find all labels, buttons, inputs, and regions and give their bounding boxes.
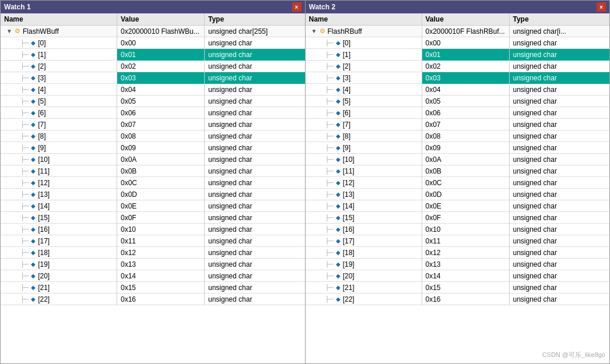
- watch1-row-value: 0x07: [117, 119, 205, 130]
- connector-line: ├─: [20, 168, 29, 174]
- diamond-icon: ◆: [31, 273, 37, 279]
- diamond-icon: ◆: [31, 144, 37, 151]
- diamond-icon: ◆: [336, 273, 342, 279]
- table-row[interactable]: ├─ ◆ [4] 0x04unsigned char: [1, 84, 305, 96]
- table-row[interactable]: ├─ ◆ [22] 0x16unsigned char: [1, 294, 305, 305]
- watch1-title: Watch 1: [4, 3, 31, 11]
- watch2-row-value: 0x09: [422, 142, 510, 154]
- connector-line: ├─: [325, 109, 334, 116]
- table-row[interactable]: ├─ ◆ [15] 0x0Funsigned char: [306, 212, 610, 224]
- table-row[interactable]: ├─ ◆ [14] 0x0Eunsigned char: [306, 200, 610, 212]
- table-row[interactable]: ├─ ◆ [11] 0x0Bunsigned char: [1, 165, 305, 177]
- table-row[interactable]: ├─ ◆ [4] 0x04unsigned char: [306, 84, 610, 96]
- table-row[interactable]: ├─ ◆ [16] 0x10unsigned char: [1, 224, 305, 235]
- connector-line: ├─: [325, 214, 334, 221]
- table-row[interactable]: ├─ ◆ [0] 0x00unsigned char: [1, 37, 305, 49]
- table-row[interactable]: ├─ ◆ [2] 0x02unsigned char: [306, 61, 610, 72]
- watch1-row-name: ├─ ◆ [8]: [1, 130, 117, 142]
- table-row[interactable]: ├─ ◆ [17] 0x11unsigned char: [1, 235, 305, 247]
- table-row[interactable]: ├─ ◆ [12] 0x0Cunsigned char: [306, 177, 610, 189]
- table-row[interactable]: ├─ ◆ [11] 0x0Bunsigned char: [306, 165, 610, 177]
- connector-line: ├─: [325, 75, 334, 81]
- connector-line: ├─: [325, 203, 334, 209]
- table-row[interactable]: ├─ ◆ [20] 0x14unsigned char: [306, 270, 610, 282]
- table-row[interactable]: ├─ ◆ [19] 0x13unsigned char: [1, 259, 305, 270]
- watch2-row-name: ├─ ◆ [2]: [306, 61, 422, 72]
- connector-line: ├─: [20, 226, 29, 232]
- watch2-row-name: ├─ ◆ [9]: [306, 142, 422, 154]
- watch2-row-type: unsigned char: [510, 235, 610, 247]
- diamond-icon: ◆: [336, 109, 342, 116]
- watch2-row-type: unsigned char: [510, 200, 610, 212]
- diamond-icon: ◆: [31, 238, 37, 244]
- watch1-row-name: ├─ ◆ [7]: [1, 119, 117, 130]
- table-row[interactable]: ├─ ◆ [13] 0x0Dunsigned char: [1, 189, 305, 200]
- table-row[interactable]: ├─ ◆ [22] 0x16unsigned char: [306, 294, 610, 305]
- watch2-row-type: unsigned char: [510, 224, 610, 235]
- table-row[interactable]: ├─ ◆ [0] 0x00unsigned char: [306, 37, 610, 49]
- table-row[interactable]: ├─ ◆ [16] 0x10unsigned char: [306, 224, 610, 235]
- watch2-row-value: 0x16: [422, 294, 510, 305]
- watch1-row-name: ├─ ◆ [6]: [1, 107, 117, 119]
- table-row[interactable]: ├─ ◆ [17] 0x11unsigned char: [306, 235, 610, 247]
- watch1-row-value: 0x11: [117, 235, 205, 247]
- table-row[interactable]: ├─ ◆ [5] 0x05unsigned char: [1, 96, 305, 107]
- table-row[interactable]: ├─ ◆ [9] 0x09unsigned char: [1, 142, 305, 154]
- connector-line: ├─: [20, 284, 29, 291]
- diamond-icon: ◆: [336, 156, 342, 162]
- table-row[interactable]: ├─ ◆ [6] 0x06unsigned char: [306, 107, 610, 119]
- watch2-table-body[interactable]: ▼ ⚙ FlashRBuff 0x2000010F FlashRBuf... u…: [306, 26, 610, 363]
- watch2-row-name: ├─ ◆ [7]: [306, 119, 422, 130]
- table-row[interactable]: ├─ ◆ [9] 0x09unsigned char: [306, 142, 610, 154]
- watch2-row-name: ├─ ◆ [18]: [306, 247, 422, 259]
- diamond-icon: ◆: [31, 203, 37, 209]
- table-row[interactable]: ├─ ◆ [7] 0x07unsigned char: [306, 119, 610, 130]
- table-row[interactable]: ├─ ◆ [1] 0x01unsigned char: [1, 49, 305, 61]
- table-row[interactable]: ├─ ◆ [1] 0x01unsigned char: [306, 49, 610, 61]
- table-row[interactable]: ├─ ◆ [6] 0x06unsigned char: [1, 107, 305, 119]
- table-row[interactable]: ├─ ◆ [19] 0x13unsigned char: [306, 259, 610, 270]
- table-row[interactable]: ├─ ◆ [12] 0x0Cunsigned char: [1, 177, 305, 189]
- watch2-close-button[interactable]: ×: [597, 2, 606, 12]
- table-row[interactable]: ├─ ◆ [20] 0x14unsigned char: [1, 270, 305, 282]
- connector-line: ├─: [325, 238, 334, 244]
- watch1-row-name: ├─ ◆ [3]: [1, 72, 117, 84]
- table-row[interactable]: ├─ ◆ [18] 0x12unsigned char: [1, 247, 305, 259]
- table-row[interactable]: ├─ ◆ [10] 0x0Aunsigned char: [306, 154, 610, 165]
- table-row[interactable]: ├─ ◆ [10] 0x0Aunsigned char: [1, 154, 305, 165]
- table-row[interactable]: ├─ ◆ [3] 0x03unsigned char: [306, 72, 610, 84]
- table-row[interactable]: ├─ ◆ [8] 0x08unsigned char: [1, 130, 305, 142]
- connector-line: ├─: [20, 86, 29, 93]
- watch2-row-type: unsigned char: [510, 270, 610, 282]
- connector-line: ├─: [325, 86, 334, 93]
- table-row[interactable]: ├─ ◆ [7] 0x07unsigned char: [1, 119, 305, 130]
- watch1-close-button[interactable]: ×: [292, 2, 302, 12]
- table-row[interactable]: ├─ ◆ [21] 0x15unsigned char: [1, 282, 305, 294]
- expand-icon[interactable]: ▼: [311, 28, 318, 34]
- table-row[interactable]: ├─ ◆ [21] 0x15unsigned char: [306, 282, 610, 294]
- table-row[interactable]: ├─ ◆ [18] 0x12unsigned char: [306, 247, 610, 259]
- watch1-table-body[interactable]: ▼ ⚙ FlashWBuff 0x20000010 FlashWBu... un…: [1, 26, 305, 363]
- watch2-root-row[interactable]: ▼ ⚙ FlashRBuff 0x2000010F FlashRBuf... u…: [306, 26, 610, 37]
- watch1-root-row[interactable]: ▼ ⚙ FlashWBuff 0x20000010 FlashWBu... un…: [1, 26, 305, 37]
- table-row[interactable]: ├─ ◆ [14] 0x0Eunsigned char: [1, 200, 305, 212]
- watch2-row-value: 0x10: [422, 224, 510, 235]
- expand-icon[interactable]: ▼: [6, 28, 13, 34]
- watch1-row-name: ├─ ◆ [2]: [1, 61, 117, 72]
- watch2-row-type: unsigned char: [510, 61, 610, 72]
- watch1-row-value: 0x08: [117, 130, 205, 142]
- connector-line: ├─: [325, 226, 334, 232]
- table-row[interactable]: ├─ ◆ [13] 0x0Dunsigned char: [306, 189, 610, 200]
- table-row[interactable]: ├─ ◆ [8] 0x08unsigned char: [306, 130, 610, 142]
- table-row[interactable]: ├─ ◆ [5] 0x05unsigned char: [306, 96, 610, 107]
- watch2-col-name: Name: [306, 13, 422, 25]
- watch1-row-type: unsigned char: [205, 270, 305, 282]
- watch1-row-type: unsigned char: [205, 282, 305, 294]
- table-row[interactable]: ├─ ◆ [15] 0x0Funsigned char: [1, 212, 305, 224]
- connector-line: ├─: [325, 63, 334, 69]
- table-row[interactable]: ├─ ◆ [3] 0x03unsigned char: [1, 72, 305, 84]
- watch2-row-type: unsigned char: [510, 177, 610, 189]
- table-row[interactable]: ├─ ◆ [2] 0x02unsigned char: [1, 61, 305, 72]
- watch1-row-value: 0x12: [117, 247, 205, 259]
- watch2-row-name: ├─ ◆ [12]: [306, 177, 422, 189]
